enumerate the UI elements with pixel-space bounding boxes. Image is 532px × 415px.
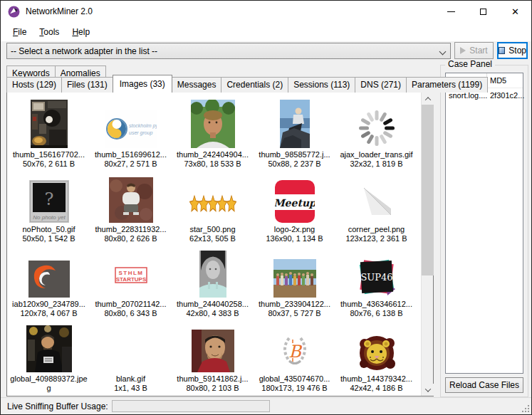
sthlm-startups-logo-thumbnail: STHLMSTARTUPS [109, 253, 153, 298]
image-list-item[interactable]: blank.gif1x1, 43 B [90, 318, 172, 393]
image-list-item[interactable]: Meetuplogo-2x.png136x90, 1 134 B [254, 169, 335, 243]
person-on-rock-thumbnail [280, 100, 310, 148]
image-list-item[interactable]: ?No photo yetnoPhoto_50.gif50x50, 1 542 … [8, 169, 90, 243]
image-list-item[interactable]: ajax_loader_trans.gif32x32, 1 819 B [335, 94, 417, 169]
image-dimensions-size: 120x78, 4 067 B [20, 309, 77, 318]
title-bar: NetworkMiner 2.0 ✕ [1, 1, 531, 22]
case-file-list: Filename MD5 snort.log....2f301c2... [445, 73, 523, 374]
image-dimensions-size: 42x42, 4 186 B [350, 384, 402, 393]
python-meetup-logo-thumbnail: stockholm pythonuser group [105, 110, 157, 148]
image-dimensions-size: 80x27, 2 571 B [104, 159, 157, 169]
close-button[interactable]: ✕ [499, 1, 531, 22]
svg-text:SUP46: SUP46 [360, 272, 392, 283]
minimize-button[interactable] [435, 1, 467, 22]
svg-text:?: ? [44, 189, 53, 209]
image-dimensions-size: 80x80, 2 103 B [186, 384, 239, 393]
status-bar: Live Sniffing Buffer Usage: [1, 397, 531, 414]
image-list-item[interactable]: thumb_242404904...73x80, 18 533 B [172, 94, 254, 169]
image-filename: thumb_59141862.j... [177, 374, 248, 384]
svg-text:STARTUPS: STARTUPS [115, 276, 146, 283]
image-filename: thumb_244040258... [177, 300, 249, 309]
image-list-item[interactable]: thumb_244040258...42x80, 4 383 B [172, 243, 254, 318]
chevron-down-icon [424, 386, 430, 392]
tab-hosts-129[interactable]: Hosts (129) [6, 77, 62, 93]
image-grid: thumb_156167702...50x76, 2 611 Bstockhol… [8, 94, 419, 394]
scroll-down-button[interactable] [422, 384, 434, 396]
tab-dns-271[interactable]: DNS (271) [355, 77, 407, 93]
image-list-item[interactable]: thumb_228311932...80x80, 2 626 B [90, 169, 172, 243]
tab-parameters-1199[interactable]: Parameters (1199) [406, 77, 488, 93]
image-dimensions-size: 62x13, 505 B [189, 234, 236, 243]
menu-item-file[interactable]: File [6, 24, 33, 40]
image-list-item[interactable]: stockholm pythonuser groupthumb_15169961… [90, 94, 172, 169]
image-dimensions-size: 50x88, 2 237 B [268, 159, 320, 169]
image-list-item[interactable]: thumb_144379342...42x42, 4 186 B [335, 318, 417, 393]
image-filename: thumb_228311932... [95, 225, 166, 234]
svg-text:Meetup: Meetup [275, 197, 315, 209]
image-filename: corner_peel.png [348, 225, 405, 234]
image-filename: thumb_233904122... [259, 300, 330, 309]
network-adapter-select[interactable]: -- Select a network adapter in the list … [6, 43, 451, 59]
image-dimensions-size: 80x80, 6 343 B [104, 309, 157, 318]
outdoor-portrait-thumbnail [191, 100, 235, 148]
five-stars-thumbnail [189, 186, 236, 223]
column-header-md5[interactable]: MD5 [487, 76, 506, 85]
resize-grip-icon[interactable] [521, 404, 530, 413]
play-icon [460, 47, 466, 54]
image-list-item[interactable]: iab120x90_234789...120x78, 4 067 B [8, 243, 90, 318]
menu-item-tools[interactable]: Tools [33, 24, 66, 40]
image-dimensions-size: 80x76, 6 138 B [350, 309, 402, 318]
night-portrait-thumbnail [26, 325, 72, 372]
tab-images-33[interactable]: Images (33) [113, 75, 172, 93]
image-list-item[interactable]: SUP46thumb_436346612...80x76, 6 138 B [335, 243, 417, 318]
sup46-logo-thumbnail: SUP46 [356, 256, 397, 298]
menu-item-help[interactable]: Help [66, 24, 96, 40]
stop-button[interactable]: Stop [497, 42, 528, 59]
image-filename: logo-2x.png [274, 225, 315, 234]
image-list-item[interactable]: Bglobal_435074670...180x173, 19 476 B [254, 318, 335, 393]
image-filename: ajax_loader_trans.gif [340, 150, 412, 159]
maximize-button[interactable] [467, 1, 499, 22]
image-dimensions-size: 80x37, 5 727 B [268, 309, 320, 318]
tab-sessions-113[interactable]: Sessions (113) [288, 77, 355, 93]
image-list-item[interactable]: thumb_156167702...50x76, 2 611 B [8, 94, 90, 169]
image-list-item[interactable]: thumb_59141862.j...80x80, 2 103 B [172, 318, 254, 393]
tab-messages[interactable]: Messages [172, 77, 222, 93]
image-filename: thumb_242404904... [177, 150, 249, 159]
image-list-item[interactable]: thumb_233904122...80x37, 5 727 B [254, 243, 335, 318]
app-icon [8, 6, 20, 18]
image-dimensions-size: 1x1, 43 B [114, 384, 147, 393]
image-filename: thumb_156167702... [13, 150, 85, 159]
svg-text:B: B [288, 342, 303, 362]
image-filename: star_500.png [189, 225, 235, 234]
scrollbar-thumb[interactable] [422, 105, 434, 275]
image-list-item[interactable]: thumb_98585772.j...50x88, 2 237 B [254, 94, 335, 169]
image-dimensions-size: 73x80, 18 533 B [184, 159, 241, 169]
window-title: NetworkMiner 2.0 [26, 6, 93, 16]
tab-credentials-2[interactable]: Credentials (2) [221, 77, 288, 93]
grayscale-portrait-thumbnail [199, 251, 226, 298]
image-list-item[interactable]: STHLMSTARTUPSthumb_207021142...80x80, 6 … [90, 243, 172, 318]
image-list-item[interactable]: corner_peel.png123x123, 2 361 B [335, 169, 417, 243]
group-photo-thumbnail [273, 259, 316, 298]
scroll-up-button[interactable] [422, 93, 434, 105]
network-adapter-value: -- Select a network adapter in the list … [11, 46, 157, 56]
minimize-icon [447, 11, 455, 12]
case-panel: Case Panel Filename MD5 snort.log....2f3… [440, 65, 528, 397]
image-filename: iab120x90_234789... [12, 300, 85, 309]
image-filename: thumb_207021142... [95, 300, 166, 309]
image-list-item[interactable]: star_500.png62x13, 505 B [172, 169, 254, 243]
menu-bar: FileToolsHelp [1, 22, 531, 41]
corner-peel-thumbnail [358, 184, 396, 223]
vertical-scrollbar[interactable] [421, 93, 433, 396]
red-shirt-portrait-thumbnail [192, 330, 234, 372]
image-list-item[interactable]: global_409889372.jpeg [8, 318, 90, 393]
case-file-md5: 2f301c2... [487, 91, 524, 100]
no-photo-placeholder-thumbnail: ?No photo yet [29, 180, 69, 223]
start-button[interactable]: Start [454, 42, 494, 59]
svg-text:stockholm python: stockholm python [129, 123, 157, 129]
reload-case-files-button[interactable]: Reload Case Files [445, 377, 523, 393]
maximize-icon [480, 9, 486, 15]
tab-files-131[interactable]: Files (131) [61, 77, 113, 93]
image-filename: thumb_151699612... [95, 150, 167, 159]
